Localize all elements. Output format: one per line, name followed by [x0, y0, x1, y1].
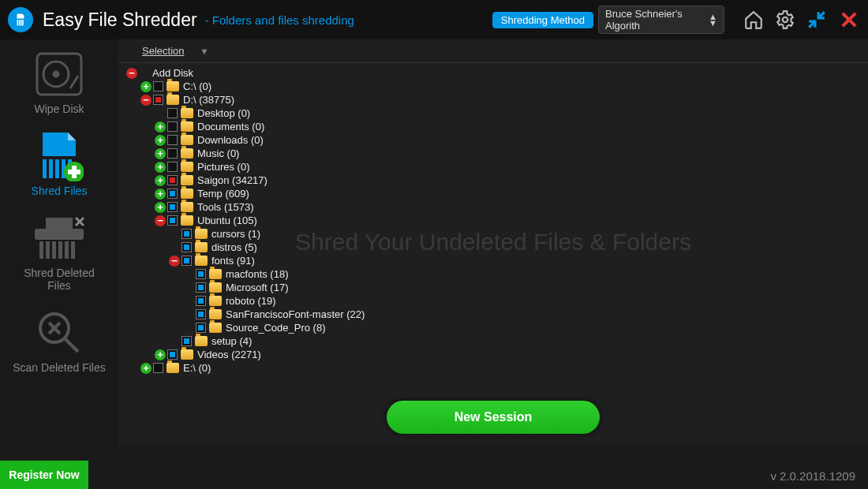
tree-row[interactable]: +C:\ (0)	[126, 80, 860, 93]
tree-row[interactable]: macfonts (18)	[126, 267, 860, 281]
tree-row[interactable]: +Temp (609)	[126, 187, 860, 200]
collapse-icon[interactable]: −	[126, 68, 137, 79]
expand-icon[interactable]: +	[155, 121, 166, 133]
home-icon[interactable]	[743, 9, 764, 30]
collapse-icon[interactable]: −	[155, 215, 166, 226]
shredding-method-button[interactable]: Shredding Method	[492, 12, 593, 28]
tree-checkbox[interactable]	[153, 363, 163, 373]
tree-row[interactable]: +Music (0)	[126, 147, 860, 160]
tree-row[interactable]: +Tools (1573)	[126, 200, 860, 214]
expand-icon[interactable]: +	[155, 189, 166, 200]
sidebar-item-wipe-disk[interactable]: Wipe Disk	[12, 50, 107, 115]
tree-row[interactable]: +Pictures (0)	[126, 160, 860, 174]
tree-row[interactable]: setup (4)	[126, 334, 860, 348]
tree-row[interactable]: Desktop (0)	[126, 106, 860, 120]
expand-icon[interactable]: +	[155, 202, 166, 213]
expand-spacer	[169, 229, 180, 240]
svg-rect-18	[65, 241, 69, 259]
chevron-down-icon[interactable]: ▼	[200, 47, 208, 56]
expand-spacer	[155, 108, 166, 119]
collapse-icon[interactable]: −	[169, 256, 180, 267]
tree-label: roboto (19)	[226, 294, 276, 308]
footer: Register Now v 2.0.2018.1209	[0, 445, 868, 489]
new-session-button[interactable]: New Session	[387, 401, 600, 434]
sidebar-item-shred-files[interactable]: Shred Files	[12, 133, 107, 197]
tree-row[interactable]: Microsoft (17)	[126, 281, 860, 294]
shredding-method-select[interactable]: Bruce Schneier's Algorith ▲▼	[598, 6, 724, 34]
folder-icon	[209, 269, 222, 279]
svg-rect-4	[43, 159, 47, 178]
tree-row[interactable]: roboto (19)	[126, 294, 860, 308]
tree-checkbox[interactable]	[196, 282, 206, 293]
folder-icon	[209, 282, 222, 293]
tree-row[interactable]: +E:\ (0)	[126, 361, 860, 375]
svg-rect-14	[39, 241, 43, 259]
tree-checkbox[interactable]	[167, 202, 178, 212]
folder-icon	[209, 296, 222, 306]
tree-checkbox[interactable]	[167, 135, 178, 145]
collapse-icon[interactable]: −	[140, 95, 152, 106]
tree-checkbox[interactable]	[196, 323, 206, 333]
tree-checkbox[interactable]	[181, 336, 192, 346]
tree-checkbox[interactable]	[167, 349, 178, 360]
folder-icon	[195, 229, 208, 239]
expand-icon[interactable]: +	[155, 148, 166, 159]
expand-spacer	[183, 323, 194, 334]
tree-checkbox[interactable]	[167, 162, 178, 172]
svg-rect-12	[35, 229, 84, 240]
svg-rect-16	[52, 241, 56, 259]
tree-checkbox[interactable]	[196, 309, 206, 319]
tree-checkbox[interactable]	[153, 95, 163, 105]
tree-row[interactable]: cursors (1)	[126, 227, 860, 241]
close-icon[interactable]	[838, 9, 860, 31]
tree-label: Source_Code_Pro (8)	[226, 321, 325, 334]
tree-checkbox[interactable]	[167, 189, 178, 199]
tree-row[interactable]: +Downloads (0)	[126, 133, 860, 147]
tree-checkbox[interactable]	[167, 215, 178, 226]
tree-checkbox[interactable]	[181, 229, 192, 239]
svg-rect-6	[55, 159, 59, 178]
expand-icon[interactable]: +	[155, 135, 166, 146]
tree-checkbox[interactable]	[167, 121, 178, 132]
svg-rect-11	[68, 170, 80, 174]
svg-point-3	[54, 72, 58, 77]
tree-checkbox[interactable]	[181, 242, 192, 252]
tree-checkbox[interactable]	[167, 175, 178, 185]
selection-dropdown[interactable]: Selection	[142, 45, 184, 57]
tree-row[interactable]: +Saigon (34217)	[126, 174, 860, 187]
tree-row[interactable]: −Ubuntu (105)	[126, 214, 860, 227]
tree-row[interactable]: −fonts (91)	[126, 254, 860, 267]
tree-row[interactable]: Source_Code_Pro (8)	[126, 321, 860, 334]
shredding-method-value: Bruce Schneier's Algorith	[605, 8, 709, 32]
selection-header: Selection ▼	[118, 39, 868, 63]
tree-row[interactable]: +Documents (0)	[126, 120, 860, 133]
tree-row[interactable]: +Videos (2271)	[126, 348, 860, 361]
tree-label: Ubuntu (105)	[197, 214, 257, 227]
tree-label: C:\ (0)	[183, 80, 211, 93]
expand-icon[interactable]: +	[140, 81, 152, 92]
expand-icon[interactable]: +	[155, 349, 166, 360]
gear-icon[interactable]	[775, 9, 795, 30]
tree-checkbox[interactable]	[167, 108, 178, 118]
register-button[interactable]: Register Now	[0, 461, 88, 489]
tree-checkbox[interactable]	[153, 81, 163, 91]
tree-checkbox[interactable]	[181, 256, 192, 266]
tree-row[interactable]: −D:\ (38775)	[126, 93, 860, 106]
tree-row[interactable]: −Add Disk	[126, 66, 860, 80]
folder-icon	[181, 189, 193, 199]
tree-row[interactable]: distros (5)	[126, 241, 860, 254]
tree-checkbox[interactable]	[196, 269, 206, 279]
minimize-icon[interactable]	[806, 9, 827, 30]
tree-row[interactable]: SanFranciscoFont-master (22)	[126, 308, 860, 321]
tree-checkbox[interactable]	[196, 296, 206, 306]
main-panel: Selection ▼ Shred Your Undeleted Files &…	[118, 39, 868, 445]
tree-checkbox[interactable]	[167, 148, 178, 159]
expand-icon[interactable]: +	[140, 363, 152, 374]
expand-spacer	[183, 269, 194, 280]
expand-icon[interactable]: +	[155, 162, 166, 173]
expand-icon[interactable]: +	[155, 175, 166, 186]
sidebar-item-shred-deleted[interactable]: Shred Deleted Files	[12, 215, 107, 292]
sidebar-item-label: Wipe Disk	[12, 103, 107, 115]
file-tree[interactable]: −Add Disk+C:\ (0)−D:\ (38775)Desktop (0)…	[118, 63, 868, 378]
sidebar-item-scan-deleted[interactable]: Scan Deleted Files	[12, 309, 107, 374]
